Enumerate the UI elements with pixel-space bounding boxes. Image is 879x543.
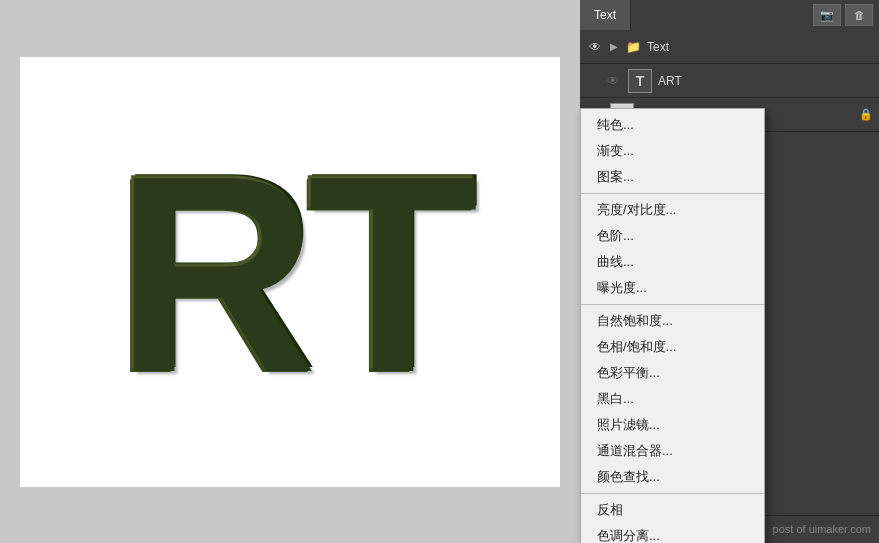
layers-tab[interactable]: Text — [580, 0, 631, 30]
menu-item-photo-filter[interactable]: 照片滤镜... — [581, 412, 764, 438]
menu-item-channel-mixer[interactable]: 通道混合器... — [581, 438, 764, 464]
separator-2 — [581, 304, 764, 305]
menu-item-black-white[interactable]: 黑白... — [581, 386, 764, 412]
art-letter-t: T — [306, 132, 467, 412]
menu-item-exposure[interactable]: 曝光度... — [581, 275, 764, 301]
panel-top: Text 📷 🗑 — [580, 0, 879, 30]
folder-icon-text: 📁 — [626, 40, 641, 54]
menu-item-vibrance[interactable]: 自然饱和度... — [581, 308, 764, 334]
separator-1 — [581, 193, 764, 194]
layer-row-art[interactable]: 👁 T ART — [580, 64, 879, 98]
menu-item-color-lookup[interactable]: 颜色查找... — [581, 464, 764, 490]
canvas-area: RT — [0, 0, 580, 543]
camera-button[interactable]: 📷 — [813, 4, 841, 26]
camera-icon: 📷 — [820, 9, 834, 22]
art-text-display: RT — [113, 132, 466, 412]
menu-item-posterize[interactable]: 色调分离... — [581, 523, 764, 543]
layer-thumb-art: T — [628, 69, 652, 93]
layer-name-text-group: Text — [647, 40, 873, 54]
art-letter-r: R — [113, 132, 305, 412]
watermark: post of uimaker.com — [773, 523, 871, 535]
menu-item-pattern[interactable]: 图案... — [581, 164, 764, 190]
menu-item-color-balance[interactable]: 色彩平衡... — [581, 360, 764, 386]
watermark-text: post of uimaker.com — [773, 523, 871, 535]
menu-item-levels[interactable]: 色阶... — [581, 223, 764, 249]
layers-tab-label: Text — [594, 8, 616, 22]
adjustment-dropdown-menu: 纯色... 渐变... 图案... 亮度/对比度... 色阶... 曲线... … — [580, 108, 765, 543]
menu-item-hue-saturation[interactable]: 色相/饱和度... — [581, 334, 764, 360]
separator-3 — [581, 493, 764, 494]
group-arrow-text: ▶ — [610, 41, 618, 52]
trash-icon: 🗑 — [854, 9, 865, 21]
layer-name-art: ART — [658, 74, 873, 88]
layer-row-text-group[interactable]: 👁 ▶ 📁 Text — [580, 30, 879, 64]
menu-item-brightness[interactable]: 亮度/对比度... — [581, 197, 764, 223]
menu-item-gradient[interactable]: 渐变... — [581, 138, 764, 164]
visibility-toggle-text-group[interactable]: 👁 — [586, 38, 604, 56]
trash-button[interactable]: 🗑 — [845, 4, 873, 26]
menu-item-curves[interactable]: 曲线... — [581, 249, 764, 275]
lock-icon-bg: 🔒 — [859, 108, 873, 121]
visibility-toggle-art[interactable]: 👁 — [604, 72, 622, 90]
action-icons: 📷 🗑 — [813, 0, 879, 30]
menu-item-pure-color[interactable]: 纯色... — [581, 112, 764, 138]
menu-item-invert[interactable]: 反相 — [581, 497, 764, 523]
canvas-content: RT — [20, 57, 560, 487]
